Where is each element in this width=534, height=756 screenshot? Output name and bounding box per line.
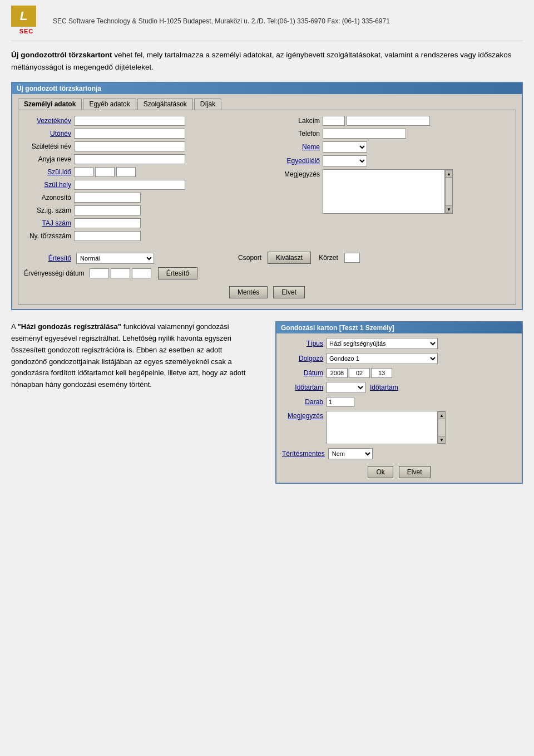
idotartam-label2: Időtartam bbox=[370, 384, 398, 391]
bottom-section: A "Házi gondozás regisztrálása" funkcióv… bbox=[11, 321, 523, 495]
lakcim-label: Lakcím bbox=[273, 117, 323, 125]
datum-inputs bbox=[327, 368, 392, 378]
form-left-col: Vezetéknév Utónév Születési név Anyja ne… bbox=[24, 116, 261, 244]
szul-ido-label: Szül.idő bbox=[24, 168, 74, 176]
vezeteknev-input[interactable] bbox=[74, 116, 185, 126]
darab-input[interactable] bbox=[327, 397, 354, 407]
telefon-row: Telefon bbox=[273, 129, 510, 139]
idotartam-inputs: Időtartam bbox=[327, 382, 398, 393]
csoport-area: Csoport Kiválaszt Körzet bbox=[214, 252, 360, 264]
neme-row: Neme bbox=[273, 141, 510, 153]
tipus-label: Típus bbox=[282, 340, 327, 347]
gk-scrollbar[interactable]: ▲ ▼ bbox=[438, 411, 446, 444]
tipus-select[interactable]: Házi segítségnyújtás bbox=[327, 338, 438, 349]
gondozasi-dialog-box: Gondozási karton [Teszt 1 Személy] Típus… bbox=[275, 321, 523, 484]
anyja-neve-label: Anyja neve bbox=[24, 155, 74, 163]
gondozasi-dialog: Gondozási karton [Teszt 1 Személy] Típus… bbox=[275, 321, 523, 495]
dolgozo-select[interactable]: Gondozo 1 bbox=[327, 353, 438, 364]
bottom-left-text: A "Házi gondozás regisztrálása" funkcióv… bbox=[11, 321, 259, 495]
intro-bold: Új gondozottról törzskartont bbox=[11, 51, 112, 59]
ny-torzsszam-input[interactable] bbox=[74, 231, 141, 241]
gk-megjegyzes-wrapper: ▲ ▼ bbox=[327, 411, 446, 444]
telefon-input[interactable] bbox=[323, 129, 406, 139]
ny-torzsszam-label: Ny. törzsszám bbox=[24, 232, 74, 240]
megjegyzes-wrapper: ▲ ▼ bbox=[323, 169, 453, 214]
korzet-label: Körzet bbox=[319, 254, 341, 262]
ertesito-select[interactable]: Normál bbox=[76, 253, 154, 264]
ertesito-btn[interactable]: Értesítő bbox=[158, 267, 197, 279]
gk-ok-cancel-row: Ok Elvet bbox=[282, 466, 516, 478]
gk-scroll-down[interactable]: ▼ bbox=[438, 436, 446, 444]
ny-torzsszam-row: Ny. törzsszám bbox=[24, 231, 261, 241]
megjegyzes-row: Megjegyzés ▲ ▼ bbox=[273, 169, 510, 214]
logo: SEC bbox=[11, 6, 42, 36]
gondozasi-body: Típus Házi segítségnyújtás Dolgozó Gondo… bbox=[276, 333, 522, 483]
tab-egyeb-adatok[interactable]: Egyéb adatok bbox=[83, 99, 136, 110]
szul-ido-month[interactable] bbox=[95, 167, 115, 177]
idotartam-select1[interactable] bbox=[327, 382, 365, 393]
logo-text: SEC bbox=[11, 28, 42, 35]
company-info: SEC Software Technology & Studio H-1025 … bbox=[53, 17, 390, 25]
datum-row: Dátum bbox=[282, 368, 516, 378]
utonev-label: Utónév bbox=[24, 130, 74, 138]
save-button[interactable]: Mentés bbox=[229, 286, 268, 298]
gk-scroll-up[interactable]: ▲ bbox=[438, 411, 446, 419]
sz-ig-szam-input[interactable] bbox=[74, 205, 141, 215]
kivalaszt-btn[interactable]: Kiválaszt bbox=[268, 252, 311, 264]
lakcim-input2[interactable] bbox=[347, 116, 430, 126]
szuletesi-nev-label: Születési név bbox=[24, 143, 74, 150]
szul-ido-day[interactable] bbox=[116, 167, 136, 177]
egyedulelo-label: Egyedülélő bbox=[273, 157, 323, 165]
egyedulelo-row: Egyedülélő bbox=[273, 155, 510, 166]
tipus-row: Típus Házi segítségnyújtás bbox=[282, 338, 516, 349]
teritesmentes-row: Térítésmentes Nem bbox=[282, 448, 516, 459]
dolgozo-label: Dolgozó bbox=[282, 355, 327, 362]
szul-ido-year[interactable] bbox=[74, 167, 93, 177]
utonev-input[interactable] bbox=[74, 129, 185, 139]
ervenyessegi-label: Érvényességi dátum bbox=[24, 269, 87, 277]
hazi-gondozas-paragraph: A "Házi gondozás regisztrálása" funkcióv… bbox=[11, 321, 259, 391]
ertesito-area: Értesítő Normál Érvényességi dátum Értes… bbox=[24, 249, 197, 279]
darab-row: Darab bbox=[282, 397, 516, 407]
taj-szam-input[interactable] bbox=[74, 218, 141, 228]
cancel-button[interactable]: Elvet bbox=[273, 286, 305, 298]
idotartam-label: Időtartam bbox=[282, 384, 327, 391]
sz-ig-szam-row: Sz.ig. szám bbox=[24, 205, 261, 215]
datum-day[interactable] bbox=[371, 368, 392, 378]
anyja-neve-input[interactable] bbox=[74, 154, 185, 164]
scrollbar-up[interactable]: ▲ bbox=[445, 170, 453, 178]
gk-cancel-button[interactable]: Elvet bbox=[399, 466, 431, 478]
lakcim-input1[interactable] bbox=[323, 116, 345, 126]
erv-day[interactable] bbox=[132, 268, 151, 278]
anyja-neve-row: Anyja neve bbox=[24, 154, 261, 164]
teritesmentes-select[interactable]: Nem bbox=[328, 448, 373, 459]
azonosito-label: Azonosító bbox=[24, 194, 74, 202]
szul-ido-row: Szül.idő bbox=[24, 167, 261, 177]
szul-hely-input[interactable] bbox=[74, 180, 185, 190]
datum-year[interactable] bbox=[327, 368, 348, 378]
erv-year[interactable] bbox=[90, 268, 109, 278]
teritesmentes-label: Térítésmentes bbox=[282, 450, 328, 458]
erv-month[interactable] bbox=[111, 268, 130, 278]
dolgozo-row: Dolgozó Gondozo 1 bbox=[282, 353, 516, 364]
tab-szemelyi-adatok[interactable]: Személyi adatok bbox=[18, 99, 82, 110]
neme-select[interactable] bbox=[323, 141, 367, 153]
megjegyzes-scrollbar[interactable]: ▲ ▼ bbox=[445, 169, 453, 214]
tab-szolgaltatasok[interactable]: Szolgáltatások bbox=[137, 99, 193, 110]
gk-megjegyzes-textarea[interactable] bbox=[327, 411, 438, 444]
gk-megjegyzes-row: Megjegyzés ▲ ▼ bbox=[282, 411, 516, 444]
ertesito-row: Értesítő Normál bbox=[24, 253, 197, 264]
szul-hely-label: Szül.hely bbox=[24, 181, 74, 189]
datum-month[interactable] bbox=[349, 368, 370, 378]
text-rest: funkcióval valamennyi gondozási eseményt… bbox=[11, 322, 245, 389]
tab-dijak[interactable]: Díjak bbox=[194, 99, 221, 110]
vezeteknev-row: Vezetéknév bbox=[24, 116, 261, 126]
korzet-input[interactable] bbox=[344, 253, 360, 263]
scrollbar-down[interactable]: ▼ bbox=[445, 205, 453, 213]
egyedulelo-select[interactable] bbox=[323, 155, 367, 166]
megjegyzes-textarea[interactable] bbox=[323, 169, 445, 214]
azonosito-input[interactable] bbox=[74, 193, 141, 203]
szuletesi-nev-input[interactable] bbox=[74, 141, 185, 151]
gk-ok-button[interactable]: Ok bbox=[368, 466, 393, 478]
utonev-row: Utónév bbox=[24, 129, 261, 139]
